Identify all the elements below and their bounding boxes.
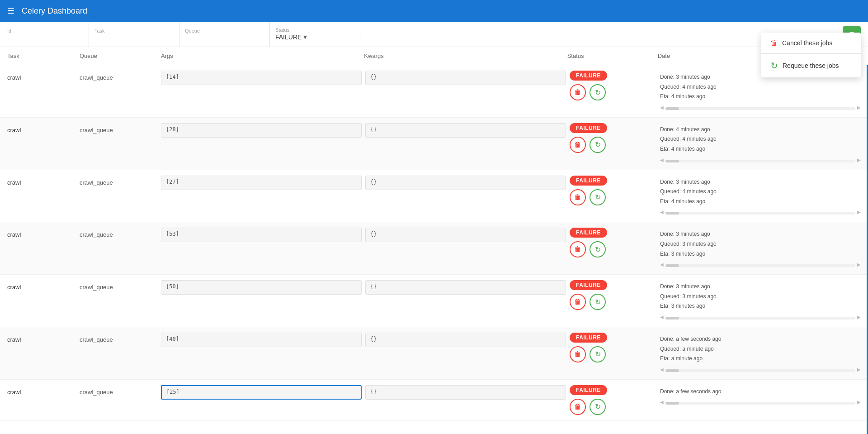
dropdown-menu: 🗑 Cancel these jobs ↻ Requeue these jobs bbox=[761, 33, 861, 77]
kwargs-value: {} bbox=[365, 176, 566, 190]
action-buttons: 🗑 ↻ bbox=[570, 294, 606, 310]
cell-kwargs: {} bbox=[365, 333, 566, 347]
cell-status: FAILURE 🗑 ↻ bbox=[570, 228, 660, 258]
scroll-right-icon: ▶ bbox=[857, 208, 861, 216]
scroll-right-icon: ▶ bbox=[857, 156, 861, 164]
delete-button[interactable]: 🗑 bbox=[570, 84, 586, 100]
scroll-left-icon: ◀ bbox=[660, 208, 664, 216]
date-scroll-thumb bbox=[665, 107, 679, 110]
queued-text: Queued: a minute ago bbox=[660, 344, 861, 354]
requeue-icon: ↻ bbox=[770, 60, 778, 71]
date-scroll-thumb bbox=[665, 402, 679, 405]
scroll-left-icon: ◀ bbox=[660, 104, 664, 112]
action-buttons: 🗑 ↻ bbox=[570, 399, 606, 415]
date-scroll-thumb bbox=[665, 369, 679, 372]
delete-button[interactable]: 🗑 bbox=[570, 137, 586, 153]
status-badge: FAILURE bbox=[570, 176, 607, 186]
cell-args: [27] bbox=[161, 176, 362, 190]
table-content: crawl crawl_queue [14] {} FAILURE 🗑 ↻ Do… bbox=[0, 65, 868, 434]
date-scroll-thumb bbox=[665, 317, 679, 320]
cell-queue: crawl_queue bbox=[80, 280, 161, 291]
done-text: Done: a few seconds ago bbox=[660, 387, 861, 397]
id-filter-field: Id bbox=[7, 22, 89, 47]
eta-text: Eta: 4 minutes ago bbox=[660, 144, 861, 154]
task-filter-field: Task bbox=[89, 22, 179, 47]
requeue-button[interactable]: ↻ bbox=[590, 241, 606, 258]
requeue-button[interactable]: ↻ bbox=[590, 189, 606, 205]
delete-button[interactable]: 🗑 bbox=[570, 399, 586, 415]
status-badge: FAILURE bbox=[570, 71, 607, 81]
action-buttons: 🗑 ↻ bbox=[570, 241, 606, 258]
scroll-left-icon: ◀ bbox=[660, 398, 664, 406]
delete-button[interactable]: 🗑 bbox=[570, 294, 586, 310]
status-badge: FAILURE bbox=[570, 228, 607, 238]
requeue-button[interactable]: ↻ bbox=[590, 137, 606, 153]
requeue-button[interactable]: ↻ bbox=[590, 294, 606, 310]
delete-button[interactable]: 🗑 bbox=[570, 346, 586, 362]
requeue-button[interactable]: ↻ bbox=[590, 84, 606, 100]
cell-status: FAILURE 🗑 ↻ bbox=[570, 280, 660, 310]
kwargs-value: {} bbox=[365, 71, 566, 85]
requeue-button[interactable]: ↻ bbox=[590, 346, 606, 362]
requeue-button[interactable]: ↻ bbox=[590, 399, 606, 415]
menu-icon[interactable]: ☰ bbox=[7, 6, 14, 16]
queue-filter-input[interactable] bbox=[185, 33, 264, 40]
cancel-jobs-label: Cancel these jobs bbox=[782, 39, 832, 47]
id-filter-input[interactable] bbox=[7, 33, 83, 40]
cell-status: FAILURE 🗑 ↻ bbox=[570, 123, 660, 153]
date-scroll-bar bbox=[665, 402, 855, 405]
kwargs-value: {} bbox=[365, 123, 566, 138]
cancel-jobs-item[interactable]: 🗑 Cancel these jobs bbox=[761, 33, 861, 53]
date-scroll-bar bbox=[665, 369, 855, 372]
action-buttons: 🗑 ↻ bbox=[570, 346, 606, 362]
cell-kwargs: {} bbox=[365, 123, 566, 138]
queued-text: Queued: 3 minutes ago bbox=[660, 239, 861, 249]
table-row: crawl crawl_queue [50] {} FAILURE 🗑 ↻ Do… bbox=[0, 275, 868, 327]
chevron-down-icon[interactable]: ▾ bbox=[303, 33, 307, 41]
delete-button[interactable]: 🗑 bbox=[570, 241, 586, 258]
app-title: Celery Dashboard bbox=[22, 6, 87, 16]
cell-args: [28] bbox=[161, 123, 362, 138]
cancel-icon: 🗑 bbox=[770, 39, 778, 47]
status-badge: FAILURE bbox=[570, 385, 607, 395]
cell-task: crawl bbox=[7, 71, 80, 81]
eta-text: Eta: 4 minutes ago bbox=[660, 197, 861, 207]
status-badge: FAILURE bbox=[570, 280, 607, 290]
cell-queue: crawl_queue bbox=[80, 385, 161, 396]
cell-queue: crawl_queue bbox=[80, 71, 161, 81]
queued-text: Queued: 4 minutes ago bbox=[660, 187, 861, 197]
cell-task: crawl bbox=[7, 123, 80, 134]
filter-bar: Id Task Queue Status FAILURE ▾ ≡ bbox=[0, 22, 868, 47]
table-row: crawl crawl_queue [14] {} FAILURE 🗑 ↻ Do… bbox=[0, 65, 868, 118]
queued-text: Queued: 4 minutes ago bbox=[660, 134, 861, 144]
kwargs-value: {} bbox=[365, 333, 566, 347]
date-scroll-bar bbox=[665, 317, 855, 320]
cell-args: [14] bbox=[161, 71, 362, 85]
id-filter-label: Id bbox=[7, 28, 83, 33]
scroll-left-icon: ◀ bbox=[660, 366, 664, 374]
queued-text: Queued: 4 minutes ago bbox=[660, 82, 861, 92]
requeue-jobs-item[interactable]: ↻ Requeue these jobs bbox=[761, 54, 861, 77]
scroll-right-icon: ▶ bbox=[857, 261, 861, 269]
args-value: [40] bbox=[161, 333, 362, 347]
done-text: Done: 3 minutes ago bbox=[660, 229, 861, 239]
done-text: Done: a few seconds ago bbox=[660, 334, 861, 344]
cell-date: Done: 3 minutes ago Queued: 4 minutes ag… bbox=[660, 176, 861, 217]
delete-button[interactable]: 🗑 bbox=[570, 189, 586, 205]
col-header-task: Task bbox=[7, 52, 80, 59]
cell-date: Done: a few seconds ago ◀ ▶ bbox=[660, 385, 861, 407]
scroll-left-icon: ◀ bbox=[660, 261, 664, 269]
column-headers: Task Queue Args Kwargs Status Date bbox=[0, 47, 868, 65]
eta-text: Eta: a minute ago bbox=[660, 354, 861, 364]
table-row: crawl crawl_queue [28] {} FAILURE 🗑 ↻ Do… bbox=[0, 118, 868, 170]
cell-kwargs: {} bbox=[365, 385, 566, 400]
cell-kwargs: {} bbox=[365, 280, 566, 295]
task-filter-input[interactable] bbox=[94, 33, 174, 40]
scroll-right-icon: ▶ bbox=[857, 398, 861, 406]
cell-task: crawl bbox=[7, 228, 80, 238]
col-header-queue: Queue bbox=[80, 52, 161, 59]
cell-status: FAILURE 🗑 ↻ bbox=[570, 385, 660, 415]
scroll-left-icon: ◀ bbox=[660, 313, 664, 321]
scroll-right-icon: ▶ bbox=[857, 104, 861, 112]
action-buttons: 🗑 ↻ bbox=[570, 84, 606, 100]
